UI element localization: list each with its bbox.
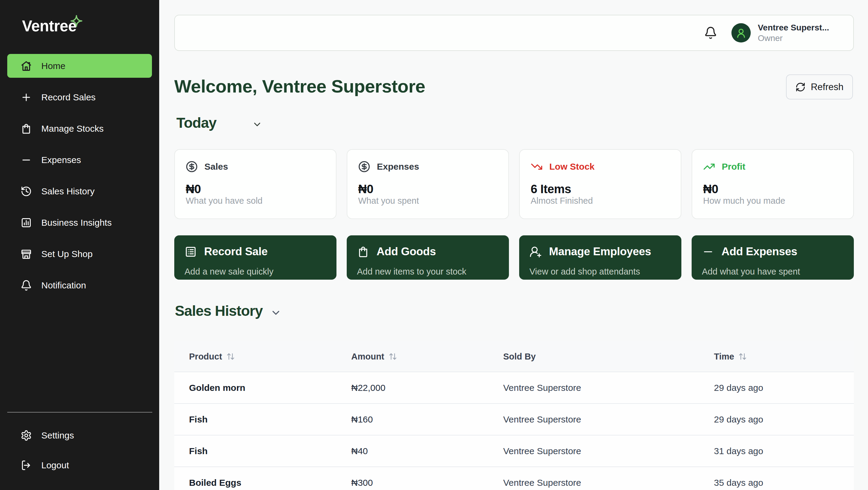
sidebar-item-record-sales[interactable]: Record Sales <box>7 85 152 109</box>
stat-value: ₦0 <box>703 182 842 196</box>
sidebar-item-logout[interactable]: Logout <box>7 453 152 477</box>
stat-value: ₦0 <box>186 182 325 196</box>
logout-icon <box>21 460 32 471</box>
notification-bell-icon[interactable] <box>704 26 717 39</box>
column-header-amount[interactable]: Amount <box>351 352 503 362</box>
cell-amount: ₦40 <box>351 446 503 456</box>
column-header-time[interactable]: Time <box>714 352 854 362</box>
stat-card-sales: Sales ₦0 What you have sold <box>174 149 337 219</box>
shopping-bag-icon <box>21 123 32 134</box>
trending-down-icon <box>531 161 543 173</box>
sidebar-item-business-insights[interactable]: Business Insights <box>7 210 152 234</box>
cell-product: Boiled Eggs <box>174 478 351 488</box>
refresh-button[interactable]: Refresh <box>786 74 853 99</box>
stat-title: Expenses <box>377 162 419 172</box>
sidebar-nav: Home Record Sales Manage Stocks Expenses… <box>7 54 152 305</box>
sort-icon[interactable] <box>738 352 747 361</box>
sidebar-item-label: Notification <box>41 280 86 291</box>
stat-value: 6 Items <box>531 182 670 196</box>
cell-sold-by: Ventree Superstore <box>503 446 714 456</box>
record-sale-button[interactable]: Record Sale Add a new sale quickly <box>174 235 337 280</box>
sidebar: Ventree Home Record Sales Manage Stocks … <box>0 0 159 490</box>
shopping-bag-icon <box>357 246 369 258</box>
trending-up-icon <box>703 161 715 173</box>
main-content: Ventree Superst... Owner Welcome, Ventre… <box>159 0 868 490</box>
action-subtitle: Add what you have spent <box>702 267 844 276</box>
home-icon <box>21 60 32 72</box>
action-title: Add Goods <box>377 245 436 258</box>
sales-history-section-header[interactable]: Sales History <box>175 302 282 319</box>
action-subtitle: Add new items to your stock <box>357 267 499 276</box>
user-name: Ventree Superst... <box>758 22 829 33</box>
column-label: Time <box>714 352 734 362</box>
column-header-sold-by[interactable]: Sold By <box>503 352 714 362</box>
brand-logo: Ventree <box>22 17 76 35</box>
sidebar-item-settings[interactable]: Settings <box>7 423 152 447</box>
table-header-row: Product Amount Sold By Time <box>174 341 854 371</box>
stat-card-low-stock: Low Stock 6 Items Almost Finished <box>519 149 681 219</box>
gear-icon <box>21 430 32 441</box>
stat-title: Profit <box>722 162 745 172</box>
bell-icon <box>21 280 32 291</box>
user-plus-icon <box>529 246 542 258</box>
cell-time: 35 days ago <box>714 478 854 488</box>
history-icon <box>21 186 32 197</box>
table-row[interactable]: Fish ₦40 Ventree Superstore 31 days ago <box>174 435 854 466</box>
sidebar-item-expenses[interactable]: Expenses <box>7 148 152 172</box>
quick-actions-row: Record Sale Add a new sale quickly Add G… <box>174 235 854 280</box>
cell-sold-by: Ventree Superstore <box>503 383 714 393</box>
table-row[interactable]: Golden morn ₦22,000 Ventree Superstore 2… <box>174 371 854 403</box>
sidebar-item-manage-stocks[interactable]: Manage Stocks <box>7 117 152 140</box>
cell-sold-by: Ventree Superstore <box>503 478 714 488</box>
refresh-icon <box>795 82 806 92</box>
column-header-product[interactable]: Product <box>174 352 351 362</box>
user-icon <box>736 27 746 38</box>
cell-product: Fish <box>174 446 351 456</box>
add-expenses-button[interactable]: Add Expenses Add what you have spent <box>692 235 854 280</box>
manage-employees-button[interactable]: Manage Employees View or add shop attend… <box>519 235 681 280</box>
sort-icon[interactable] <box>389 352 397 361</box>
sidebar-item-set-up-shop[interactable]: Set Up Shop <box>7 242 152 266</box>
stat-subtitle: How much you made <box>703 196 842 206</box>
sidebar-item-label: Logout <box>41 460 69 470</box>
sidebar-item-label: Home <box>41 61 65 71</box>
column-label: Amount <box>351 352 384 362</box>
stat-card-expenses: Expenses ₦0 What you spent <box>347 149 509 219</box>
sidebar-divider <box>7 412 152 413</box>
circle-dollar-icon <box>358 161 370 173</box>
stat-subtitle: What you have sold <box>186 196 325 206</box>
column-label: Sold By <box>503 352 536 362</box>
sidebar-item-sales-history[interactable]: Sales History <box>7 179 152 203</box>
cell-amount: ₦160 <box>351 414 503 425</box>
app-window: Ventree Home Record Sales Manage Stocks … <box>0 0 868 490</box>
avatar[interactable] <box>732 23 751 42</box>
stat-subtitle: What you spent <box>358 196 497 206</box>
user-role: Owner <box>758 33 829 43</box>
plus-icon <box>21 92 32 103</box>
sidebar-item-label: Business Insights <box>41 218 112 228</box>
add-goods-button[interactable]: Add Goods Add new items to your stock <box>347 235 509 280</box>
action-title: Manage Employees <box>549 245 651 258</box>
cell-time: 29 days ago <box>714 383 854 393</box>
refresh-label: Refresh <box>811 81 844 93</box>
action-title: Record Sale <box>204 245 268 258</box>
cell-time: 29 days ago <box>714 414 854 425</box>
brand-name: Ventree <box>22 17 76 35</box>
period-selector[interactable]: Today <box>176 115 262 131</box>
minus-icon <box>21 154 32 166</box>
action-subtitle: View or add shop attendants <box>529 267 671 276</box>
sales-history-heading: Sales History <box>175 302 262 319</box>
user-block[interactable]: Ventree Superst... Owner <box>758 22 829 43</box>
stat-subtitle: Almost Finished <box>531 196 670 206</box>
page-title: Welcome, Ventree Superstore <box>174 76 425 97</box>
cell-product: Fish <box>174 414 351 425</box>
sidebar-item-notification[interactable]: Notification <box>7 273 152 297</box>
cell-amount: ₦22,000 <box>351 383 503 393</box>
table-row[interactable]: Boiled Eggs ₦300 Ventree Superstore 35 d… <box>174 466 854 490</box>
table-row[interactable]: Fish ₦160 Ventree Superstore 29 days ago <box>174 403 854 435</box>
sidebar-item-label: Record Sales <box>41 92 96 102</box>
circle-dollar-icon <box>186 161 198 173</box>
sidebar-item-home[interactable]: Home <box>7 54 152 78</box>
minus-icon <box>702 246 714 258</box>
sort-icon[interactable] <box>226 352 235 361</box>
